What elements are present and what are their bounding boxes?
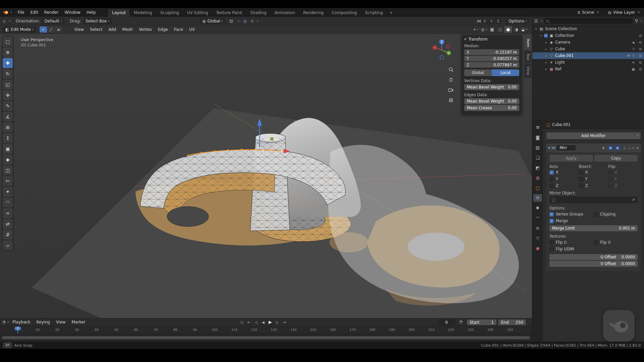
workspace-tab-sculpting[interactable]: Sculpting xyxy=(156,9,183,17)
jump-to-start-button[interactable]: ⇤ xyxy=(246,319,252,325)
shading-wireframe[interactable]: ○ xyxy=(496,26,504,33)
outliner-row-camera[interactable]: ▸◈Camera◈⊙ xyxy=(532,39,644,46)
tool-add-cube[interactable]: ⊞ xyxy=(3,122,13,132)
play-button[interactable]: ▶ xyxy=(267,319,273,325)
properties-tab-constraints[interactable]: ⊘ xyxy=(533,224,542,232)
axis-z-neg-ball[interactable] xyxy=(440,56,444,59)
workspace-tab-compositing[interactable]: Compositing xyxy=(328,9,361,17)
visibility-eye-icon[interactable]: ⊙ xyxy=(639,54,642,58)
workspace-tab-scripting[interactable]: Scripting xyxy=(361,9,387,17)
close-icon[interactable]: ✕ xyxy=(637,11,640,14)
collection-checkbox[interactable]: ✓ xyxy=(544,34,548,38)
viewport-menu-uv[interactable]: UV xyxy=(186,26,198,33)
modifier-name-field[interactable]: Mirr xyxy=(557,145,576,150)
flip-v-checkbox[interactable] xyxy=(594,240,598,245)
local-button[interactable]: Local xyxy=(492,69,519,76)
face-select-mode[interactable]: ▰ xyxy=(55,26,62,33)
vertex-bevel-weight-slider[interactable]: Mean Bevel Weight 0.00 xyxy=(464,84,519,90)
tool-move[interactable]: ✚ xyxy=(3,58,13,68)
workspace-tab-layout[interactable]: Layout xyxy=(108,9,130,17)
axis-x-ball[interactable] xyxy=(433,46,437,50)
shading-solid[interactable]: ● xyxy=(504,26,512,33)
tool-rotate[interactable]: ↻ xyxy=(3,69,13,79)
properties-tab-particles[interactable]: ✱ xyxy=(533,204,542,212)
flip-x-checkbox[interactable] xyxy=(608,170,612,175)
outliner-search-input[interactable] xyxy=(544,18,633,24)
blender-logo-icon[interactable]: ▾ xyxy=(3,10,12,15)
workspace-tab-shading[interactable]: Shading xyxy=(246,9,271,17)
menu-help[interactable]: Help xyxy=(84,9,99,16)
bisect-x-checkbox[interactable] xyxy=(579,170,583,175)
tool-shear[interactable]: ▱ xyxy=(3,240,13,250)
edge-select-mode[interactable]: ╱ xyxy=(47,26,55,33)
add-workspace-button[interactable]: + xyxy=(387,9,396,17)
sidebar-tab-tool[interactable]: Tool xyxy=(524,51,531,63)
median-z-field[interactable]: Z0.077897 m xyxy=(464,62,519,68)
tool-cursor[interactable]: ⊕ xyxy=(3,47,13,57)
tool-extrude-region[interactable]: ↥ xyxy=(3,133,13,143)
frame-end-field[interactable]: End 250 xyxy=(498,319,526,325)
tool-shrink-fatten[interactable]: ⇵ xyxy=(3,230,13,240)
expand-arrow-icon[interactable]: ▸ xyxy=(544,41,548,44)
render-toggle-icon[interactable]: ◈ xyxy=(601,145,606,150)
tool-loop-cut[interactable]: ◫ xyxy=(3,165,13,175)
snap-magnet-icon[interactable]: Ω xyxy=(227,18,235,24)
global-button[interactable]: Global xyxy=(464,69,492,76)
next-keyframe-button[interactable]: ▷ xyxy=(274,319,280,325)
outliner-row-cube-001[interactable]: ▸▽Cube.001⚒▽⊙ xyxy=(532,52,644,59)
tool-measure[interactable]: ∡ xyxy=(3,112,13,122)
tool-smooth[interactable]: ≈ xyxy=(3,208,13,218)
tool-transform[interactable]: ✜ xyxy=(3,90,13,100)
expand-arrow-icon[interactable]: ▸ xyxy=(544,48,548,51)
timeline-ruler[interactable]: 0 01020304050607080901001101201301401501… xyxy=(0,326,532,334)
viewport-menu-view[interactable]: View xyxy=(71,26,87,33)
mean-crease-slider[interactable]: Mean Crease 0.00 xyxy=(464,105,519,111)
menu-file[interactable]: File xyxy=(15,9,28,16)
workspace-tab-modeling[interactable]: Modeling xyxy=(130,9,156,17)
timeline-menu-marker[interactable]: Marker xyxy=(68,319,88,325)
collapse-arrow-icon[interactable]: ▼ xyxy=(464,38,466,41)
tool-select-box[interactable]: ▢ xyxy=(3,37,13,47)
eyedropper-icon[interactable]: ✐ xyxy=(632,197,635,202)
collapse-arrow-icon[interactable]: ▾ xyxy=(534,27,538,31)
auto-keying-button[interactable]: ○ xyxy=(239,319,245,325)
editor-type-icon[interactable]: ◇ xyxy=(3,19,6,23)
playhead[interactable]: 0 xyxy=(14,326,21,330)
jump-to-end-button[interactable]: ⇥ xyxy=(281,319,287,325)
workspace-tab-texture-paint[interactable]: Texture Paint xyxy=(212,9,246,17)
symmetry-z-toggle[interactable]: Z xyxy=(495,18,501,24)
axis-y-checkbox[interactable] xyxy=(549,177,554,181)
menu-window[interactable]: Window xyxy=(62,9,84,16)
outliner-row-ref[interactable]: ▸▦Ref▦⊙ xyxy=(532,66,644,72)
navigation-gizmo[interactable]: Z Y xyxy=(429,37,454,64)
properties-tab-scene[interactable]: ◩ xyxy=(533,164,542,172)
apply-button[interactable]: Apply xyxy=(549,155,593,162)
axis-x-checkbox[interactable]: ✓ xyxy=(549,170,554,175)
toggle-xray[interactable]: ▦ xyxy=(488,26,496,33)
properties-tab-output[interactable]: ▤ xyxy=(533,144,542,152)
close-icon[interactable]: ✕ xyxy=(597,11,599,14)
shading-rendered[interactable]: ◒▾ xyxy=(521,26,528,33)
properties-tab-modifiers[interactable]: ⚒ xyxy=(533,194,542,202)
visibility-eye-icon[interactable]: ⊙ xyxy=(639,40,642,45)
merge-limit-slider[interactable]: Merge Limit 0.001 m xyxy=(549,225,638,231)
flip-u-checkbox[interactable] xyxy=(549,240,554,245)
flip-z-checkbox[interactable] xyxy=(608,184,612,188)
visibility-eye-icon[interactable]: ⊙ xyxy=(639,67,642,71)
properties-tab-object-data[interactable]: ▽ xyxy=(533,234,542,242)
edge-bevel-weight-slider[interactable]: Mean Bevel Weight 0.00 xyxy=(464,98,519,104)
options-dropdown[interactable]: Options ▾ xyxy=(506,18,529,24)
visibility-eye-icon[interactable]: ⊙ xyxy=(639,47,642,51)
properties-tab-object[interactable]: ▢ xyxy=(533,184,542,192)
properties-tab-physics[interactable]: ◠ xyxy=(533,214,542,222)
properties-tab-view-layer[interactable]: ❏ xyxy=(533,154,542,162)
toggle-projection-icon[interactable] xyxy=(447,96,454,104)
camera-view-icon[interactable] xyxy=(447,86,454,94)
proportional-editing-icon[interactable]: ◎ xyxy=(241,18,249,24)
flip-y-checkbox[interactable] xyxy=(608,177,612,181)
bisect-z-checkbox[interactable] xyxy=(579,184,583,188)
visibility-eye-icon[interactable]: ⊙ xyxy=(639,60,642,65)
workspace-tab-animation[interactable]: Animation xyxy=(271,9,299,17)
cage-toggle-icon[interactable]: △ xyxy=(622,145,628,150)
previous-keyframe-button[interactable]: ◁ xyxy=(253,319,259,325)
